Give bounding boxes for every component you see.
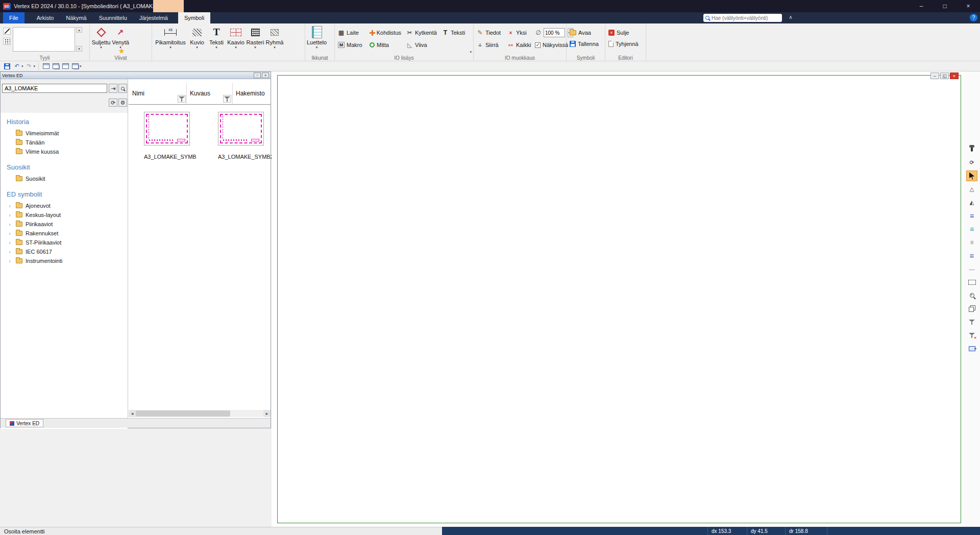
scrollbar-track[interactable] (136, 410, 263, 417)
column-header-hakemisto[interactable]: Hakemisto (236, 90, 265, 97)
kuvio-button[interactable]: Kuvio ▾ (187, 25, 207, 55)
rotate-view-button[interactable]: ⟳ (966, 157, 977, 168)
style-preview-listbox[interactable] (13, 27, 75, 52)
laite-button[interactable]: ▦ Laite (336, 27, 366, 38)
layers-button-1[interactable]: ≡ (966, 210, 977, 221)
selection-rectangle-button[interactable] (966, 277, 977, 287)
panel-close-button[interactable]: × (262, 72, 269, 78)
checkbox-checked-icon[interactable]: ✓ (535, 42, 541, 48)
doc-restore-button[interactable]: ◱ (940, 72, 949, 79)
tree-item-keskus-layout[interactable]: › Keskus-layout (1, 210, 128, 220)
doc-minimize-button[interactable]: – (930, 72, 939, 79)
yksi-button[interactable]: × Yksi (506, 27, 531, 38)
filter-button[interactable] (966, 317, 977, 327)
scroll-left-button[interactable]: ◂ (129, 410, 136, 417)
layers-button-4[interactable]: ≡ (966, 250, 977, 261)
pin-button[interactable] (966, 144, 977, 155)
tree-item-ajoneuvot[interactable]: › Ajoneuvot (1, 201, 128, 210)
io-lisays-more-button[interactable]: ▾ (470, 50, 472, 54)
symbol-thumbnail-2[interactable]: A3_LOMAKE_SYMB2 (218, 112, 264, 160)
tree-item-viimeisimmat[interactable]: Viimeisimmät (1, 129, 128, 138)
triangle-half-tool-button[interactable]: ◭ (966, 197, 977, 208)
close-button[interactable]: × (957, 0, 980, 12)
export-view-button[interactable] (966, 343, 977, 354)
collapse-ribbon-button[interactable]: ∧ (787, 14, 794, 20)
luettelo-button[interactable]: Luettelo ▾ (307, 25, 327, 55)
symbol-search-input[interactable] (2, 84, 107, 93)
tree-item-st-piirikaaviot[interactable]: › ST-Piirikaaviot (1, 238, 128, 247)
quickbar-overflow-caret[interactable]: ▾ (80, 64, 82, 68)
file-menu[interactable]: File (3, 12, 24, 23)
style-scroll-up-button[interactable]: ▴ (76, 27, 82, 33)
window-layout-button-3[interactable] (61, 62, 69, 70)
select-tool-button[interactable] (966, 171, 977, 181)
tree-item-viime-kuussa[interactable]: Viime kuussa (1, 147, 128, 156)
line-style-button[interactable]: — (966, 263, 977, 274)
window-layout-button-2[interactable] (52, 62, 60, 70)
tree-item-tanaan[interactable]: Tänään (1, 138, 128, 147)
copy-view-button[interactable] (966, 303, 977, 314)
menu-suunnittelu[interactable]: Suunnittelu (99, 15, 127, 21)
menu-arkisto[interactable]: Arkisto (37, 15, 54, 21)
undo-button[interactable]: ↶ (13, 62, 21, 70)
scroll-right-button[interactable]: ▸ (263, 410, 271, 417)
kytkenta-button[interactable]: ✂ Kytkentä (405, 27, 438, 38)
layers-button-3[interactable]: ≡ (966, 237, 977, 248)
layers-button-2[interactable]: ≡ (966, 224, 977, 234)
suljettu-button[interactable]: Suljettu ▾ (91, 25, 111, 55)
doc-close-button[interactable]: × (950, 72, 959, 79)
menu-nakyma[interactable]: Näkymä (66, 15, 86, 21)
tyhjenna-button[interactable]: Tyhjennä (607, 38, 644, 50)
tree-item-rakennukset[interactable]: › Rakennukset (1, 229, 128, 238)
drawing-canvas[interactable]: – ◱ × (272, 71, 964, 527)
mitta-button[interactable]: Mitta (368, 39, 403, 51)
refresh-button[interactable]: ⟳ (109, 99, 117, 107)
ribbon-search-box[interactable] (703, 14, 782, 22)
minimize-button[interactable]: – (910, 0, 933, 12)
column-header-nimi[interactable]: Nimi (132, 90, 144, 97)
kaavio-button[interactable]: Kaavio ▾ (226, 25, 246, 55)
tree-item-suosikit[interactable]: Suosikit (1, 174, 128, 183)
window-layout-button-1[interactable] (42, 62, 50, 70)
viiva-button[interactable]: ◺ Viiva (405, 39, 438, 51)
help-button[interactable]: ? (970, 14, 977, 21)
horizontal-scrollbar[interactable]: ◂ ▸ (129, 410, 271, 417)
kohdistus-button[interactable]: Kohdistus (368, 27, 403, 38)
scrollbar-thumb[interactable] (136, 410, 230, 417)
zoom-percent-input[interactable] (544, 28, 565, 37)
panel-tab-vertex-ed[interactable]: Vertex ED (6, 419, 43, 427)
makro-button[interactable]: M Makro (336, 39, 366, 51)
chevron-right-icon[interactable]: › (7, 230, 13, 236)
kaikki-button[interactable]: ×× Kaikki (506, 39, 531, 51)
style-pattern-button[interactable] (3, 38, 11, 45)
clear-filter-button[interactable]: × (966, 330, 977, 341)
teksti-button[interactable]: T Teksti ▾ (207, 25, 226, 55)
maximize-button[interactable]: □ (933, 0, 957, 12)
ryhma-button[interactable]: Ryhmä ▾ (265, 25, 284, 55)
menu-symboli-active-tab[interactable]: Symboli (178, 12, 210, 23)
window-layout-button-4[interactable] (71, 62, 79, 70)
pikamitoitus-button[interactable]: 45 Pikamitoitus ▾ (154, 25, 187, 55)
zoom-in-button[interactable] (966, 290, 977, 301)
chevron-right-icon[interactable]: › (7, 212, 13, 218)
menu-jarjestelma[interactable]: Järjestelmä (139, 15, 168, 21)
chevron-right-icon[interactable]: › (7, 221, 13, 227)
column-header-kuvaus[interactable]: Kuvaus (190, 90, 210, 97)
undo-dropdown-caret[interactable]: ▾ (21, 64, 23, 68)
search-input[interactable] (712, 15, 780, 21)
avaa-button[interactable]: Avaa (568, 27, 603, 38)
filter-nimi-button[interactable] (178, 95, 186, 103)
redo-dropdown-caret[interactable]: ▾ (34, 64, 36, 68)
panel-float-button[interactable]: ▫ (254, 72, 261, 78)
tiedot-button[interactable]: ✎ Tiedot (475, 27, 504, 38)
magnifier-button[interactable] (118, 84, 127, 93)
filter-kuvaus-button[interactable] (223, 95, 231, 103)
settings-button[interactable]: ⚙ (118, 99, 127, 107)
symbol-thumbnail-1[interactable]: A3_LOMAKE_SYMB (144, 112, 190, 160)
tree-item-piirikaaviot[interactable]: › Piirikaaviot (1, 220, 128, 229)
style-scroll-down-button[interactable]: ▾ (76, 46, 82, 52)
tree-item-iec-60617[interactable]: › IEC 60617 (1, 247, 128, 256)
tallenna-button[interactable]: Tallenna (568, 38, 603, 50)
style-pen-button[interactable] (3, 28, 11, 35)
rasteri-button[interactable]: Rasteri ▾ (246, 25, 265, 55)
